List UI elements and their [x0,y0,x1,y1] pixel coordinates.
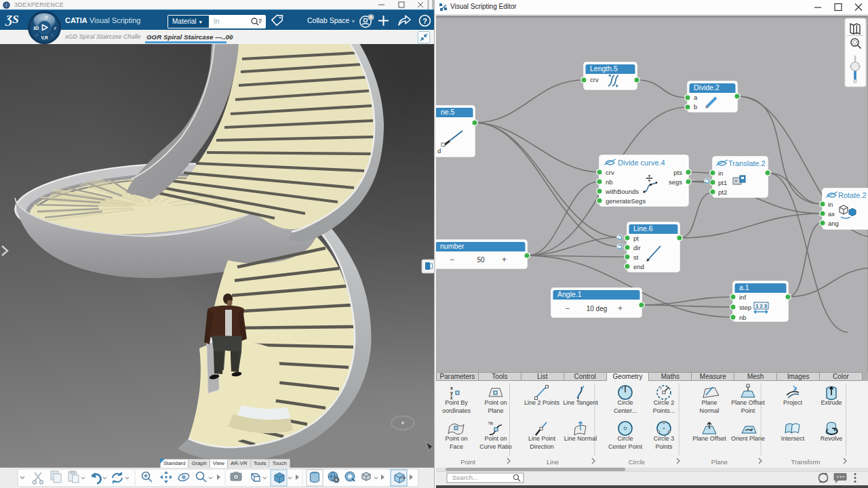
svg-text:ax: ax [828,210,835,218]
svg-text:Plane: Plane [701,399,717,406]
svg-text:Line 2 Points: Line 2 Points [524,399,560,406]
svg-text:oordinates: oordinates [442,407,471,414]
svg-text:V,R: V,R [41,35,48,41]
svg-text:inf: inf [739,293,746,301]
svg-text:pt1: pt1 [718,179,727,186]
svg-text:?: ? [422,17,427,25]
svg-text:Point on: Point on [484,399,507,406]
svg-text:−: − [565,304,570,313]
svg-text:Divide curve.4: Divide curve.4 [618,159,665,167]
svg-text:Project: Project [783,399,803,406]
svg-text:b: b [694,103,697,110]
svg-text:Line.6: Line.6 [633,224,653,232]
svg-text:Line Tangent: Line Tangent [563,399,598,406]
svg-text:Face: Face [450,443,463,450]
svg-text:−: − [450,255,454,264]
svg-text:pt2: pt2 [718,188,727,196]
svg-text:Plane Offset: Plane Offset [692,435,726,442]
svg-text:end: end [633,263,644,270]
svg-text:+: + [618,304,623,313]
svg-text:10 deg: 10 deg [587,305,608,312]
svg-text:in: in [718,169,723,177]
svg-text:Divide.2: Divide.2 [694,83,719,92]
svg-text:Point: Point [460,458,475,466]
svg-text:Line Point: Line Point [528,435,556,442]
svg-text:Point: Point [741,407,755,414]
svg-text:Revolve: Revolve [821,435,843,442]
svg-text:number: number [440,242,465,250]
svg-text:Point on: Point on [445,435,467,442]
svg-text:Normal: Normal [699,407,719,414]
svg-text:step: step [739,304,751,311]
svg-text:Point on: Point on [484,435,507,442]
svg-text:pt: pt [633,235,639,242]
svg-text:a: a [694,94,698,101]
svg-text:Direction: Direction [530,443,554,450]
svg-text:x: x [450,386,453,390]
svg-text:Center...: Center... [614,407,637,414]
svg-text:1 2 3: 1 2 3 [755,303,767,309]
svg-text:crv: crv [606,169,614,176]
svg-text:d: d [437,147,441,155]
svg-text:Length.5: Length.5 [590,64,618,73]
svg-text:50: 50 [477,256,485,264]
svg-text:Points...: Points... [653,407,675,414]
svg-text:segs: segs [669,178,682,186]
svg-text:+: + [502,255,507,264]
svg-text:Line: Line [547,458,559,466]
svg-text:Plane: Plane [711,458,728,466]
svg-text:Translate.2: Translate.2 [728,159,766,167]
svg-text:Angle.1: Angle.1 [557,290,582,298]
svg-text:ne.5: ne.5 [441,108,455,116]
svg-text:Intersect: Intersect [781,435,805,442]
svg-text:withBounds: withBounds [605,188,639,195]
svg-text:nb: nb [606,178,613,186]
svg-text:Extrude: Extrude [821,399,842,406]
svg-text:Rotate.2: Rotate.2 [838,191,867,199]
svg-text:Search...: Search... [452,474,478,481]
svg-text:in: in [828,201,833,208]
svg-text:st: st [633,253,639,261]
svg-text:r: r [622,386,623,390]
svg-text:crv: crv [590,76,599,83]
svg-text:pts: pts [673,169,682,176]
svg-text:Circle: Circle [629,458,645,466]
svg-text:Circle 2: Circle 2 [654,399,675,406]
svg-text:Circle: Circle [617,399,633,406]
svg-text:Line Normal: Line Normal [564,435,597,442]
svg-text:Curve Ratio: Curve Ratio [479,443,512,450]
svg-text:Plane: Plane [488,407,503,414]
svg-text:%: % [488,420,493,426]
svg-text:dir: dir [633,244,641,251]
svg-text:Orient Plane: Orient Plane [731,435,765,442]
svg-text:r: r [660,386,662,390]
svg-text:Center Point: Center Point [608,443,643,450]
svg-text:nb: nb [739,314,747,321]
svg-text:Circle: Circle [617,435,633,442]
svg-text:Transform: Transform [791,458,821,466]
svg-text:Point By: Point By [445,399,468,406]
svg-text:Points: Points [655,443,673,450]
svg-text:Plane Offset: Plane Offset [731,399,765,406]
svg-text:a.1: a.1 [739,283,749,291]
svg-text:Circle 3: Circle 3 [654,435,675,442]
svg-text:ang: ang [828,220,839,227]
svg-text:3D: 3D [33,26,39,30]
svg-text:generateSegs: generateSegs [606,197,646,205]
